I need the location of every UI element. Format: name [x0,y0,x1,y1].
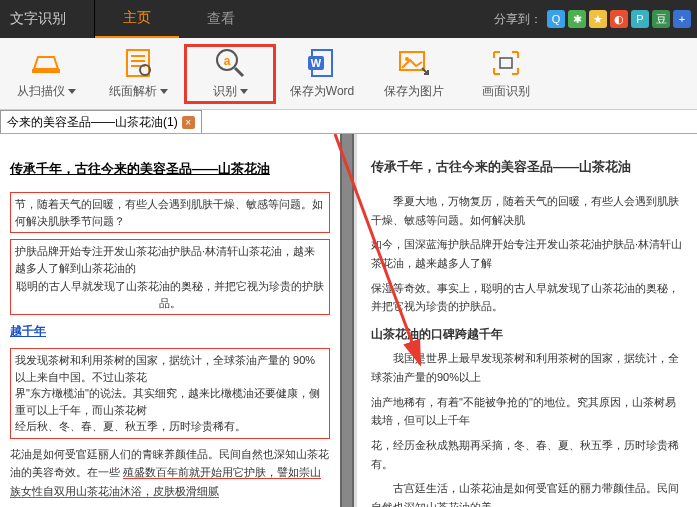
right-p2: 如今，国深蓝海护肤品牌开始专注开发山茶花油护肤品·林清轩山茶花油，越来越多人了解 [371,235,683,272]
left-pane: 传承千年，古往今来的美容圣品——山茶花油 节，随着天气的回暖，有些人会遇到肌肤干… [0,134,340,507]
layout-button[interactable]: 纸面解析 [92,44,184,104]
scanner-icon [28,47,64,79]
left-title: 传承千年，古往今来的美容圣品——山茶花油 [10,160,330,178]
qzone-icon[interactable]: ★ [589,10,607,28]
close-icon[interactable]: × [182,116,195,129]
right-p5: 油产地稀有，有着"不能被争抢的"的地位。究其原因，山茶树易栽培，但可以上千年 [371,393,683,430]
svg-text:a: a [224,54,231,68]
region-label: 画面识别 [482,83,530,100]
ocr-region-1[interactable]: 节，随着天气的回暖，有些人会遇到肌肤干燥、敏感等问题。如何解决肌肤季节问题？ [10,192,330,233]
document-lines-icon [123,47,153,79]
save-img-label: 保存为图片 [384,83,444,100]
document-tab[interactable]: 今来的美容圣品——山茶花油(1) × [0,110,202,133]
pane-splitter[interactable] [340,134,354,507]
image-arrow-icon [398,47,430,79]
left-subtitle: 越千年 [10,324,46,338]
qq-icon[interactable]: Q [547,10,565,28]
save-word-label: 保存为Word [290,83,354,100]
recognize-label: 识别 [213,83,237,100]
recognize-button[interactable]: a 识别 [184,44,276,104]
right-pane: 传承千年，古往今来的美容圣品——山茶花油 季夏大地，万物复历，随着天气的回暖，有… [357,134,697,507]
save-image-button[interactable]: 保存为图片 [368,44,460,104]
save-word-button[interactable]: W 保存为Word [276,44,368,104]
right-title: 传承千年，古往今来的美容圣品——山茶花油 [371,158,683,176]
word-icon: W [306,47,338,79]
weibo-icon[interactable]: ◐ [610,10,628,28]
douban-icon[interactable]: 豆 [652,10,670,28]
right-p1: 季夏大地，万物复历，随着天气的回暖，有些人会遇到肌肤干燥、敏感等问题。如何解决肌 [371,192,683,229]
svg-text:W: W [311,57,322,69]
right-p7: 古宫廷生活，山茶花油是如何受官廷的丽力带颜佳品。民间自然也深知山茶花油的美 [371,479,683,507]
chevron-down-icon [68,89,76,94]
svg-rect-0 [32,69,60,73]
ocr-region-3[interactable]: 我发现茶树和利用茶树的国家，据统计，全球茶油产量的 90%以上来自中国。不过山茶… [10,348,330,439]
chevron-down-icon [160,89,168,94]
svg-rect-14 [500,58,512,68]
region-recognize-button[interactable]: 画面识别 [460,44,552,104]
layout-label: 纸面解析 [109,83,157,100]
ribbon-toolbar: 从扫描仪 纸面解析 a 识别 W 保存为Word 保存为图片 画面识别 [0,38,697,110]
right-sub: 山茶花油的口碑跨越千年 [371,326,683,343]
tab-ocr[interactable]: 文字识别 [0,0,95,38]
svg-line-7 [235,68,243,76]
doc-tab-title: 今来的美容圣品——山茶花油(1) [7,114,178,131]
document-tab-strip: 今来的美容圣品——山茶花油(1) × [0,110,697,134]
svg-rect-1 [127,50,149,76]
share-bar: 分享到： Q ✱ ★ ◐ P 豆 + [494,10,697,28]
crop-recognize-icon [490,47,522,79]
top-menubar: 文字识别 主页 查看 分享到： Q ✱ ★ ◐ P 豆 + [0,0,697,38]
tab-view[interactable]: 查看 [179,0,263,38]
share-label: 分享到： [494,11,542,28]
scan-label: 从扫描仪 [17,83,65,100]
scan-button[interactable]: 从扫描仪 [0,44,92,104]
ocr-region-2[interactable]: 护肤品牌开始专注开发山茶花油护肤品·林清轩山茶花油，越来越多人了解到山茶花油的 … [10,239,330,315]
wechat-icon[interactable]: ✱ [568,10,586,28]
right-p4: 我国是世界上最早发现茶树和利用茶树的国家，据统计，全球茶油产量的90%以上 [371,349,683,386]
magnifier-a-icon: a [213,47,247,79]
more-icon[interactable]: + [673,10,691,28]
right-p3: 保湿等奇效。事实上，聪明的古人早就发现了山茶花油的奥秘，并把它视为珍贵的护肤品。 [371,279,683,316]
right-p6: 花，经历金秋成熟期再采摘，冬、春、夏、秋五季，历时珍贵稀有。 [371,436,683,473]
tab-home[interactable]: 主页 [95,0,179,38]
chevron-down-icon [240,89,248,94]
app-icon[interactable]: P [631,10,649,28]
content-area: 传承千年，古往今来的美容圣品——山茶花油 节，随着天气的回暖，有些人会遇到肌肤干… [0,134,697,507]
